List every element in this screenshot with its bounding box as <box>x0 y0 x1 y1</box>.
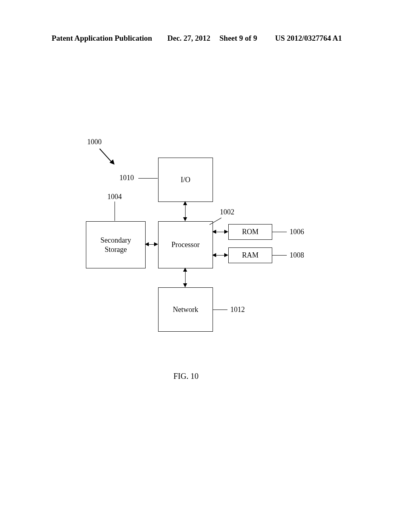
header-sheet: Sheet 9 of 9 <box>219 34 257 43</box>
ref-processor: 1002 <box>220 208 234 216</box>
ref-io-tick <box>138 178 158 179</box>
page-root: Patent Application Publication Dec. 27, … <box>0 0 413 532</box>
ram-label: RAM <box>242 251 259 260</box>
io-label: I/O <box>181 175 190 185</box>
arrowhead-left-icon <box>212 230 216 234</box>
ref-rom: 1006 <box>290 228 304 236</box>
arrowhead-right-icon <box>154 242 158 246</box>
ref-network: 1012 <box>230 305 245 314</box>
header-publication: Patent Application Publication <box>52 34 152 43</box>
arrowhead-left-icon <box>212 253 216 257</box>
processor-block: Processor <box>158 221 213 268</box>
arrowhead-up-icon <box>183 268 187 272</box>
secondary-storage-block: Secondary Storage <box>86 221 146 268</box>
ref-secondary-tick <box>115 202 115 221</box>
arrowhead-left-icon <box>145 242 149 246</box>
arrowhead-up-icon <box>183 201 187 205</box>
arrowhead-right-icon <box>224 253 228 257</box>
ram-block: RAM <box>228 247 272 263</box>
arrowhead-down-icon <box>183 217 187 221</box>
ref-secondary: 1004 <box>107 193 122 201</box>
rom-label: ROM <box>242 227 259 237</box>
processor-label: Processor <box>171 240 200 249</box>
ref-main: 1000 <box>87 138 102 146</box>
ref-io: 1010 <box>119 174 134 182</box>
network-label: Network <box>173 305 198 314</box>
rom-block: ROM <box>228 224 272 240</box>
arrowhead-right-icon <box>224 230 228 234</box>
secondary-storage-label: Secondary Storage <box>100 236 131 254</box>
header-date: Dec. 27, 2012 <box>167 34 211 43</box>
figure-caption: FIG. 10 <box>173 372 198 381</box>
ref-network-tick <box>213 310 227 310</box>
header-pubnumber: US 2012/0327764 A1 <box>275 34 342 43</box>
ref-ram: 1008 <box>290 251 304 260</box>
ref-ram-tick <box>272 255 287 256</box>
ref-rom-tick <box>272 232 287 232</box>
arrowhead-down-icon <box>183 283 187 287</box>
io-block: I/O <box>158 158 213 202</box>
network-block: Network <box>158 287 213 332</box>
